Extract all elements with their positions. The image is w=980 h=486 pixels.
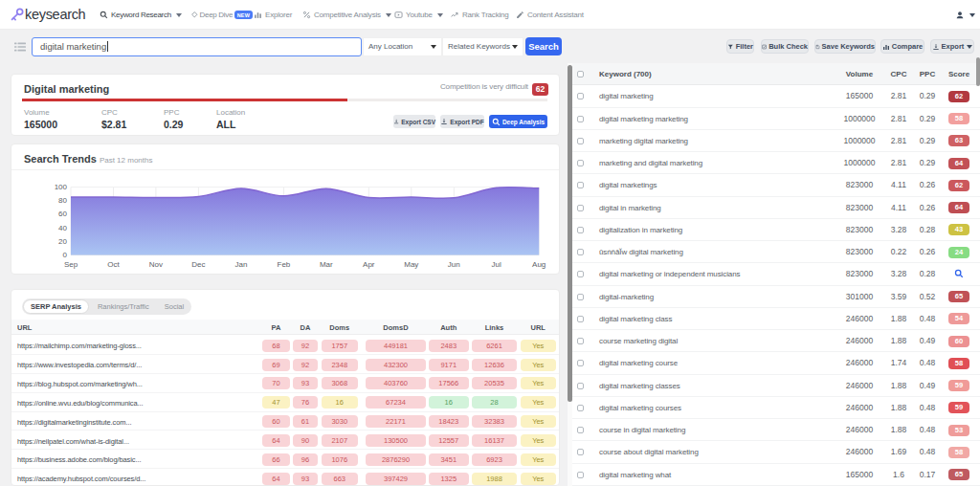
svg-text:40: 40	[58, 224, 67, 232]
svg-text:0: 0	[63, 251, 68, 259]
svg-text:80: 80	[58, 196, 67, 205]
svg-text:Sep: Sep	[64, 260, 78, 269]
svg-text:Jan: Jan	[234, 260, 247, 269]
svg-text:Jul: Jul	[492, 260, 501, 269]
svg-text:Feb: Feb	[278, 260, 291, 269]
svg-text:20: 20	[58, 237, 67, 246]
svg-text:60: 60	[58, 210, 67, 218]
svg-text:100: 100	[55, 183, 68, 191]
svg-text:Dec: Dec	[191, 260, 205, 269]
svg-text:May: May	[404, 260, 418, 269]
svg-text:Aug: Aug	[532, 260, 546, 269]
svg-text:Mar: Mar	[320, 260, 333, 269]
svg-text:Apr: Apr	[363, 260, 375, 269]
svg-text:Nov: Nov	[149, 260, 163, 269]
svg-text:Oct: Oct	[107, 260, 120, 269]
svg-text:Jun: Jun	[448, 260, 460, 269]
